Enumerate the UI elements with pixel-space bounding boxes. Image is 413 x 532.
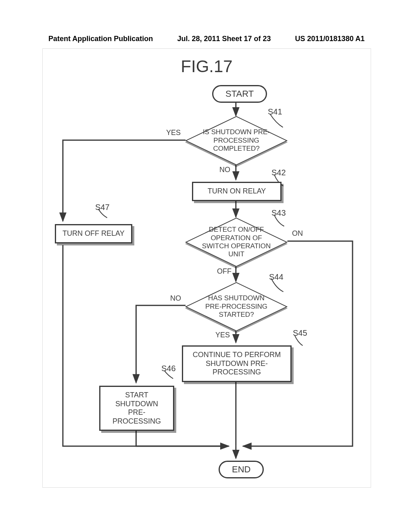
decision-s43: DETECT ON/OFF OPERATION OF SWITCH OPERAT… (184, 218, 289, 266)
end-terminal: END (219, 461, 264, 478)
decision-s44-text: HAS SHUTDOWN PRE-PROCESSING STARTED? (184, 283, 289, 331)
process-s42: TURN ON RELAY (192, 182, 282, 201)
decision-s43-text: DETECT ON/OFF OPERATION OF SWITCH OPERAT… (184, 218, 289, 266)
label-yes-s41: YES (166, 129, 181, 137)
figure-title: FIG.17 (181, 57, 232, 76)
start-terminal: START (212, 85, 267, 103)
label-off-s43: OFF (217, 267, 232, 276)
step-s41-label: S41 (268, 107, 282, 116)
patent-header: Patent Application Publication Jul. 28, … (0, 35, 413, 43)
step-s42-label: S42 (271, 168, 286, 177)
process-s46: START SHUTDOWN PRE-PROCESSING (99, 386, 174, 431)
decision-s44: HAS SHUTDOWN PRE-PROCESSING STARTED? (184, 283, 289, 331)
header-center: Jul. 28, 2011 Sheet 17 of 23 (177, 35, 271, 43)
label-no-s41: NO (219, 166, 230, 174)
process-s45: CONTINUE TO PERFORM SHUTDOWN PRE-PROCESS… (182, 345, 292, 382)
label-on-s43: ON (292, 229, 303, 238)
label-no-s44: NO (170, 294, 181, 303)
label-yes-s44: YES (215, 331, 230, 339)
step-s44-label: S44 (269, 272, 284, 282)
process-s47: TURN OFF RELAY (55, 224, 132, 243)
step-s43-label: S43 (271, 208, 286, 218)
step-s45-label: S45 (293, 328, 307, 338)
step-s47-label: S47 (95, 203, 110, 212)
step-s46-label: S46 (161, 364, 176, 373)
header-left: Patent Application Publication (48, 35, 153, 43)
decision-s41: IS SHUTDOWN PRE-PROCESSING COMPLETED? (184, 116, 289, 165)
decision-s41-text: IS SHUTDOWN PRE-PROCESSING COMPLETED? (184, 116, 289, 165)
header-right: US 2011/0181380 A1 (295, 35, 365, 43)
figure-area: FIG.17 (42, 48, 371, 488)
flowchart-connectors (43, 49, 371, 487)
